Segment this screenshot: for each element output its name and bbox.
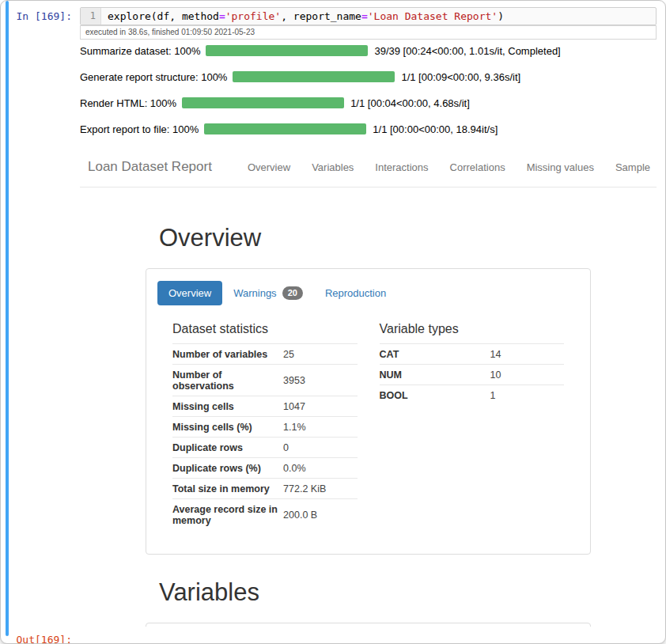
stat-label: Duplicate rows (%): [172, 458, 283, 479]
code-token: =: [219, 10, 225, 22]
progress-bar: [182, 97, 344, 108]
stat-value: 10: [490, 365, 564, 385]
nav-item-interactions[interactable]: Interactions: [375, 161, 428, 173]
progress-bar: [204, 123, 366, 134]
code-token: explore(df, method: [108, 10, 219, 22]
table-row: Number of variables25: [172, 344, 358, 365]
progress-label: Generate report structure: 100%: [80, 71, 233, 83]
table-row: Number of observations3953: [172, 365, 358, 396]
selected-cell-indicator: [6, 1, 9, 636]
dataset-statistics-table: Number of variables25 Number of observat…: [172, 343, 358, 530]
progress-stats: 1/1 [00:09<00:00, 9.36s/it]: [395, 71, 520, 83]
progress-row: Summarize dataset: 100% 39/39 [00:24<00:…: [80, 45, 657, 56]
nav-item-overview[interactable]: Overview: [248, 161, 290, 173]
overview-tabs: Overview Warnings20 Reproduction: [157, 280, 579, 306]
table-row: BOOL1: [380, 385, 565, 406]
nav-item-sample[interactable]: Sample: [615, 161, 650, 173]
tab-label: Overview: [168, 287, 211, 299]
stat-value: 200.0 B: [283, 499, 357, 531]
stat-value: 1: [490, 385, 564, 406]
report-navbar: Loan Dataset Report Overview Variables I…: [80, 150, 657, 188]
stat-value: 1.1%: [283, 417, 357, 438]
stat-value: 772.2 KiB: [283, 479, 357, 499]
table-row: Missing cells (%)1.1%: [172, 417, 358, 438]
code-token: 'Loan Dataset Report': [368, 10, 498, 22]
code-token: ): [498, 10, 504, 22]
table-row: Average record size in memory200.0 B: [172, 499, 358, 531]
code-token: 'profile': [225, 10, 281, 22]
stat-value: 14: [490, 344, 564, 365]
variables-heading: Variables: [159, 578, 591, 607]
input-prompt: In [169]:: [10, 7, 80, 25]
overview-section: Overview Overview Warnings20 Reproductio…: [146, 224, 591, 555]
overview-heading: Overview: [159, 224, 591, 252]
progress-bar-fill: [204, 123, 366, 134]
tab-warnings[interactable]: Warnings20: [222, 280, 314, 306]
progress-bar: [233, 71, 395, 82]
code-line[interactable]: explore(df, method='profile', report_nam…: [101, 8, 510, 25]
output-prompt: Out[169]:: [10, 633, 80, 644]
progress-stats: 1/1 [00:04<00:00, 4.68s/it]: [344, 97, 470, 109]
table-row: CAT14: [380, 344, 565, 365]
output-prompt-row: Out[169]:: [10, 633, 657, 644]
stat-label: Missing cells: [172, 396, 283, 417]
code-editor[interactable]: 1 explore(df, method='profile', report_n…: [80, 7, 657, 25]
notebook-cell: In [169]: 1 explore(df, method='profile'…: [10, 7, 657, 644]
stat-label: Number of observations: [172, 365, 283, 396]
profile-report: Loan Dataset Report Overview Variables I…: [80, 150, 657, 627]
stat-label: Average record size in memory: [172, 499, 283, 531]
nav-item-missing-values[interactable]: Missing values: [527, 161, 594, 173]
line-number-gutter: 1: [81, 8, 101, 25]
report-brand[interactable]: Loan Dataset Report: [88, 159, 212, 175]
code-token: =: [361, 10, 368, 22]
stat-label: Missing cells (%): [172, 417, 283, 438]
progress-label: Summarize dataset: 100%: [80, 45, 206, 57]
overview-columns: Dataset statistics Number of variables25…: [157, 316, 579, 543]
table-row: Total size in memory772.2 KiB: [172, 479, 358, 499]
table-row: Duplicate rows0: [172, 438, 358, 458]
stat-value: 0: [283, 438, 357, 458]
stat-label: CAT: [380, 344, 490, 365]
progress-row: Export report to file: 100% 1/1 [00:00<0…: [80, 123, 657, 134]
tab-label: Reproduction: [325, 287, 386, 299]
progress-row: Generate report structure: 100% 1/1 [00:…: [80, 71, 657, 82]
variable-card: Name Categorical Distinct3682 Distinct10…: [146, 623, 591, 627]
table-row: Missing cells1047: [172, 396, 358, 417]
stat-value: 0.0%: [283, 458, 357, 479]
overview-card: Overview Warnings20 Reproduction Dataset…: [146, 268, 591, 555]
execution-time-note: executed in 38.6s, finished 01:09:50 202…: [80, 25, 657, 40]
progress-label: Export report to file: 100%: [80, 123, 204, 135]
stat-label: Total size in memory: [172, 479, 283, 499]
table-row: NUM10: [380, 365, 565, 385]
progress-row: Render HTML: 100% 1/1 [00:04<00:00, 4.68…: [80, 97, 657, 108]
report-nav: Overview Variables Interactions Correlat…: [248, 161, 650, 173]
nav-item-variables[interactable]: Variables: [312, 161, 354, 173]
stat-label: Duplicate rows: [172, 438, 283, 458]
warnings-count-badge: 20: [282, 286, 303, 300]
dataset-statistics-title: Dataset statistics: [172, 322, 358, 336]
stat-value: 25: [283, 344, 357, 365]
progress-label: Render HTML: 100%: [80, 97, 182, 109]
variables-section: Variables Name Categorical Distinct3682 …: [146, 578, 591, 627]
tab-overview[interactable]: Overview: [157, 281, 222, 305]
table-row: Duplicate rows (%)0.0%: [172, 458, 358, 479]
variable-types-panel: Variable types CAT14 NUM10 BOOL1: [380, 322, 565, 530]
progress-stats: 39/39 [00:24<00:00, 1.01s/it, Completed]: [368, 45, 560, 57]
progress-stats: 1/1 [00:00<00:00, 18.94it/s]: [366, 123, 498, 135]
nav-item-correlations[interactable]: Correlations: [450, 161, 505, 173]
stat-value: 1047: [283, 396, 357, 417]
tab-reproduction[interactable]: Reproduction: [314, 281, 397, 305]
code-token: , report_name: [281, 10, 361, 22]
variable-types-table: CAT14 NUM10 BOOL1: [380, 343, 565, 405]
stat-value: 3953: [283, 365, 357, 396]
code-cell-input: In [169]: 1 explore(df, method='profile'…: [10, 7, 657, 25]
stat-label: BOOL: [380, 385, 490, 406]
progress-bar-fill: [233, 71, 395, 82]
variable-types-title: Variable types: [380, 322, 565, 336]
progress-bar-fill: [182, 97, 344, 108]
tab-label: Warnings: [233, 287, 276, 299]
progress-bar: [206, 45, 368, 56]
notebook-window: In [169]: 1 explore(df, method='profile'…: [0, 0, 666, 644]
dataset-statistics-panel: Dataset statistics Number of variables25…: [172, 322, 358, 530]
progress-bar-fill: [206, 45, 368, 56]
